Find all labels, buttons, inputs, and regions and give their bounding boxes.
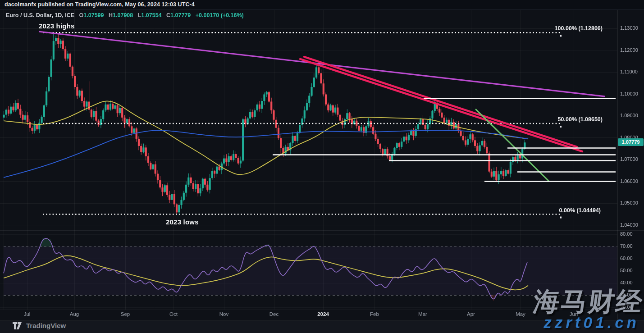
tradingview-logo-text: TradingView [26,322,66,329]
publish-info-text: dacolmanfx published on TradingView.com,… [5,1,195,8]
price-tick-label: 1.10000 [620,91,638,96]
time-tick-label: Sep [121,311,130,317]
tradingview-logo[interactable]: TradingView [13,322,66,329]
change-value: +0.00170 (+0.16%) [196,12,244,18]
time-tick-label: Dec [269,311,279,317]
high-value: 1.07908 [113,12,133,18]
price-tick-label: 1.13000 [620,25,638,31]
price-tick-label: 1.04000 [620,222,638,228]
price-tick-label: 1.05000 [620,200,638,205]
rsi-tick-label: 60.00 [620,255,633,261]
time-tick-label: Oct [169,311,178,317]
price-tick-label: 1.11000 [620,69,638,74]
symbol-legend[interactable]: Euro / U.S. Dollar, 1D, ICE O1.07599 H1.… [6,12,244,18]
time-tick-label: Feb [370,311,379,317]
fib-label-50: 50.00% (1.08650) [558,116,603,123]
open-label: O [79,12,84,18]
open-value: 1.07599 [83,12,104,18]
time-tick-label: Jul [24,311,31,317]
price-tick-label: 1.09000 [620,113,638,118]
pane-separator-main-rsi[interactable] [0,230,644,231]
time-tick-label: Apr [467,311,475,317]
rsi-tick-label: 80.00 [620,231,633,237]
close-value: 1.07779 [170,12,191,18]
time-tick-label: 2024 [317,311,329,317]
close-label: C [166,12,170,18]
time-tick-label: Aug [70,311,79,317]
last-price-badge: 1.07779 [618,138,644,146]
fib-label-100: 100.00% (1.12806) [555,25,603,32]
price-tick-label: 1.06000 [620,178,638,184]
tradingview-logo-icon [13,322,23,329]
time-tick-label: Mar [418,311,427,317]
symbol-title[interactable]: Euro / U.S. Dollar, 1D, ICE [6,12,74,18]
price-tick-label: 1.12000 [620,47,638,53]
time-tick-label: Nov [219,311,228,317]
publish-info-bar: dacolmanfx published on TradingView.com,… [0,0,644,10]
annotation-2023-lows: 2023 lows [166,218,199,226]
low-value: 1.07554 [141,12,161,18]
watermark-site: zzrt01.cn [544,314,639,332]
tradingview-chart-snapshot: dacolmanfx published on TradingView.com,… [0,0,644,333]
price-tick-label: 1.07000 [620,156,638,162]
annotation-2023-highs: 2023 highs [39,22,75,30]
rsi-tick-label: 50.00 [620,268,633,273]
time-tick-label: May [516,311,525,317]
high-label: H [109,12,113,18]
fib-label-0: 0.00% (1.04494) [559,207,601,214]
chart-canvas[interactable] [0,0,644,333]
rsi-tick-label: 70.00 [620,243,633,249]
